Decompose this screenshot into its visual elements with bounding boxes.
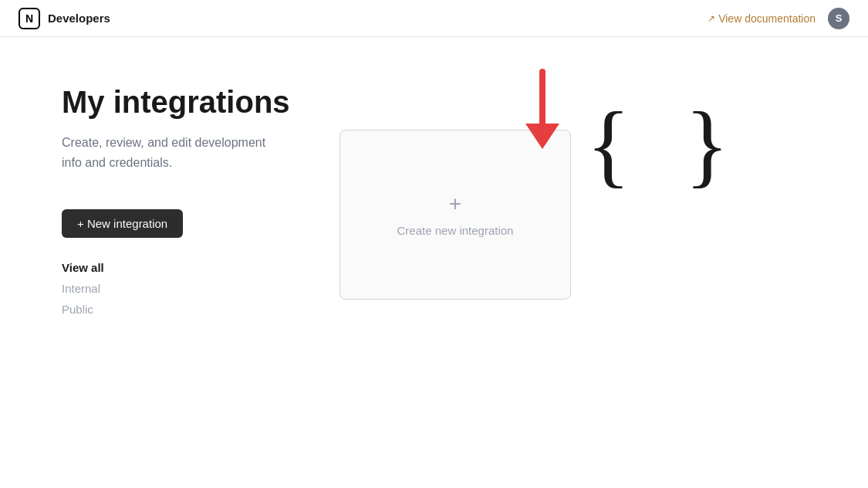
external-link-icon: ↗	[708, 13, 715, 24]
create-card-label: Create new integration	[397, 224, 514, 237]
red-arrow-indicator	[519, 68, 566, 156]
logo-text: N	[25, 12, 33, 25]
avatar-label: S	[836, 12, 843, 24]
red-arrow-svg	[519, 68, 566, 153]
view-docs-link[interactable]: ↗ View documentation	[708, 12, 816, 25]
left-panel: My integrations Create, review, and edit…	[62, 83, 324, 488]
nav-view-all[interactable]: View all	[62, 259, 324, 276]
new-integration-label: + New integration	[77, 217, 167, 230]
header-left: N Developers	[19, 8, 110, 29]
plus-icon: +	[449, 193, 461, 215]
main-content: My integrations Create, review, and edit…	[0, 37, 868, 488]
header-title: Developers	[48, 12, 110, 25]
nav-item-internal[interactable]: Internal	[62, 280, 324, 297]
nav-item-public[interactable]: Public	[62, 301, 324, 317]
page-title: My integrations	[62, 83, 324, 120]
header: N Developers ↗ View documentation S	[0, 0, 868, 37]
right-panel: { } + Create new integration	[324, 83, 806, 488]
svg-marker-1	[525, 124, 559, 149]
page-subtitle: Create, review, and edit development inf…	[62, 133, 278, 172]
sidebar-nav: View all Internal Public	[62, 259, 324, 317]
notion-logo: N	[19, 8, 40, 29]
avatar[interactable]: S	[828, 8, 849, 29]
header-right: ↗ View documentation S	[708, 8, 849, 29]
view-docs-label: View documentation	[718, 12, 816, 25]
new-integration-button[interactable]: + New integration	[62, 209, 183, 238]
